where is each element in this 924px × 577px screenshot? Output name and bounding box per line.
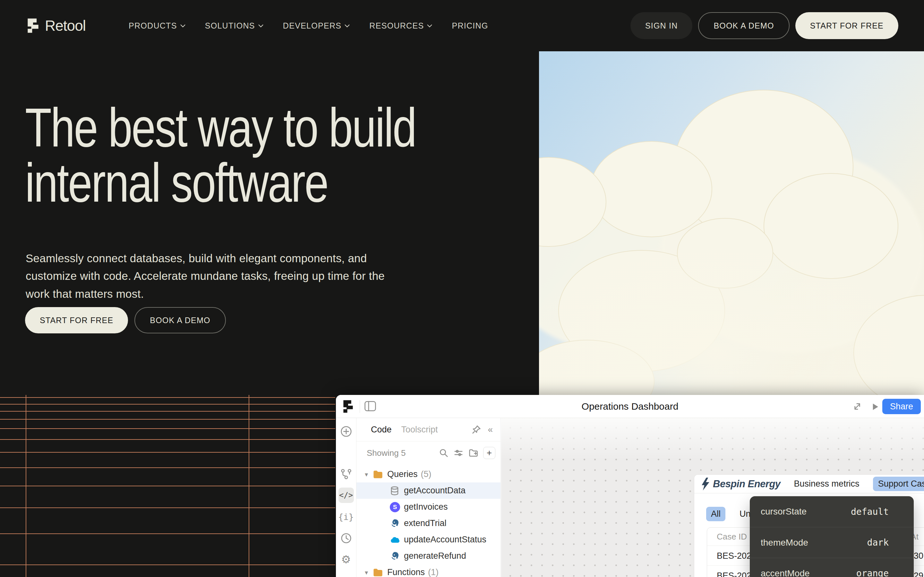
retool-logo[interactable]: Retool: [26, 17, 86, 34]
chevron-down-icon: [258, 24, 264, 27]
postgres-icon: [390, 551, 400, 561]
bespin-logo: Bespin Energy: [701, 478, 780, 490]
stripe-icon: S: [390, 502, 400, 512]
query-item-extendTrial[interactable]: extendTrial: [357, 515, 501, 532]
tab-code[interactable]: Code: [371, 425, 392, 435]
nav-item-solutions[interactable]: SOLUTIONS: [205, 21, 264, 31]
inspector-row-themeMode[interactable]: themeMode dark: [750, 527, 914, 558]
code-panel: Code Toolscript « Showing 5: [357, 418, 501, 577]
hero-heading-line-1: The best way to build: [25, 96, 416, 159]
bespin-app-header: Bespin Energy Business metrics Support C…: [694, 475, 924, 493]
query-tree: ▾ Queries (5): [357, 466, 501, 577]
pin-icon[interactable]: [472, 425, 481, 434]
hero-paragraph: Seamlessly connect databases, build with…: [26, 250, 388, 303]
flow-icon[interactable]: [341, 468, 352, 480]
add-folder-icon[interactable]: [468, 448, 478, 458]
expand-icon[interactable]: [852, 401, 863, 412]
folder-icon: [373, 470, 383, 479]
tab-support-cases[interactable]: Support Cases: [873, 477, 924, 491]
collapse-panel-icon[interactable]: «: [488, 424, 493, 435]
query-item-updateAccountStatus[interactable]: updateAccountStatus: [357, 532, 501, 548]
hero-heading-line-2: internal software: [25, 151, 328, 214]
code-panel-tabs: Code Toolscript «: [357, 418, 501, 442]
nav-item-developers[interactable]: DEVELOPERS: [283, 21, 351, 31]
database-icon: [390, 486, 399, 496]
bolt-icon: [701, 478, 710, 490]
retool-logo-icon: [26, 18, 40, 34]
add-query-button[interactable]: +: [483, 447, 495, 459]
inspector-row-accentMode[interactable]: accentMode orange: [750, 558, 914, 577]
search-icon[interactable]: [439, 448, 449, 458]
grid-lines: [0, 395, 335, 577]
top-navigation: Retool PRODUCTS SOLUTIONS DEVELOPERS RES…: [0, 0, 924, 51]
tab-toolscript[interactable]: Toolscript: [401, 425, 438, 435]
query-list-toolbar: Showing 5 +: [357, 442, 501, 464]
sign-in-button[interactable]: SIGN IN: [630, 12, 692, 39]
chevron-down-icon: [427, 24, 433, 27]
state-inspector-panel: cursorState default themeMode dark accen…: [750, 496, 914, 577]
query-item-getAccountData[interactable]: getAccountData: [357, 482, 501, 499]
caret-down-icon[interactable]: ▾: [365, 569, 373, 576]
editor-header: Operations Dashboard Share: [336, 395, 924, 418]
nav-actions: SIGN IN BOOK A DEMO START FOR FREE: [630, 12, 898, 39]
state-braces-icon[interactable]: {i}: [338, 512, 354, 522]
filter-all[interactable]: All: [706, 507, 725, 521]
retool-wordmark: Retool: [45, 17, 86, 34]
folder-icon: [373, 568, 383, 577]
showing-count: Showing 5: [367, 448, 405, 458]
plus-circle-icon[interactable]: [340, 425, 352, 438]
hero-cta-group: START FOR FREE BOOK A DEMO: [25, 307, 226, 334]
postgres-icon: [390, 518, 400, 529]
chevron-down-icon: [180, 24, 186, 27]
tab-business-metrics[interactable]: Business metrics: [794, 479, 859, 489]
caret-down-icon[interactable]: ▾: [365, 471, 373, 478]
gear-icon[interactable]: ⚙: [341, 553, 351, 566]
tree-folder-functions[interactable]: ▾ Functions (1): [357, 564, 501, 577]
decorative-grid: [0, 395, 335, 577]
bespin-tabs: Business metrics Support Cases Content/t…: [794, 477, 924, 491]
tree-folder-queries[interactable]: ▾ Queries (5): [357, 466, 501, 482]
start-for-free-button[interactable]: START FOR FREE: [795, 12, 898, 39]
filter-sliders-icon[interactable]: [454, 448, 463, 458]
salesforce-icon: [390, 536, 400, 544]
editor-icon-strip: </> {i} ⚙: [336, 418, 357, 577]
share-button[interactable]: Share: [882, 399, 921, 414]
code-tab-icon[interactable]: </>: [338, 488, 354, 503]
nav-item-products[interactable]: PRODUCTS: [129, 21, 186, 31]
nav-item-resources[interactable]: RESOURCES: [369, 21, 433, 31]
hero-book-a-demo-button[interactable]: BOOK A DEMO: [134, 307, 226, 334]
history-clock-icon[interactable]: [341, 532, 352, 544]
nav-menu: PRODUCTS SOLUTIONS DEVELOPERS RESOURCES …: [129, 21, 488, 31]
col-case-id: Case ID: [717, 532, 747, 542]
nav-item-pricing[interactable]: PRICING: [452, 21, 488, 31]
chevron-down-icon: [344, 24, 350, 27]
editor-body: </> {i} ⚙ Code Toolscript «: [336, 418, 924, 577]
retool-landing-page: Retool PRODUCTS SOLUTIONS DEVELOPERS RES…: [0, 0, 924, 577]
play-icon[interactable]: [870, 402, 880, 412]
book-a-demo-button[interactable]: BOOK A DEMO: [698, 12, 789, 39]
query-item-getInvoices[interactable]: S getInvoices: [357, 499, 501, 515]
sky-illustration: [539, 51, 924, 395]
query-item-generateRefund[interactable]: generateRefund: [357, 548, 501, 564]
bespin-brand-name: Bespin Energy: [713, 478, 780, 490]
hero-start-for-free-button[interactable]: START FOR FREE: [25, 307, 128, 334]
editor-title: Operations Dashboard: [336, 395, 924, 418]
retool-editor-window: Operations Dashboard Share </> {i}: [336, 395, 924, 577]
inspector-row-cursorState[interactable]: cursorState default: [750, 496, 914, 527]
